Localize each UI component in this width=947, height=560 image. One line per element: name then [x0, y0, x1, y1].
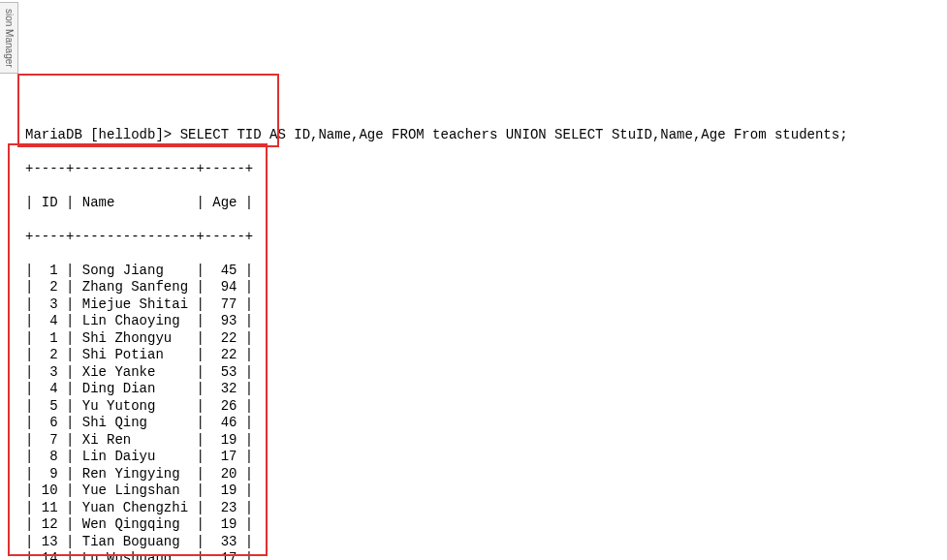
session-manager-label: sion Manager	[3, 9, 16, 68]
sql-query: SELECT TID AS ID,Name,Age FROM teachers …	[180, 127, 848, 142]
table-row: | 2 | Shi Potian | 22 |	[25, 347, 937, 364]
table-header: | ID | Name | Age |	[25, 195, 937, 212]
table-row: | 3 | Xie Yanke | 53 |	[25, 364, 937, 382]
session-manager-tab[interactable]: sion Manager	[0, 2, 18, 74]
table-row: | 2 | Zhang Sanfeng | 94 |	[25, 279, 937, 296]
terminal-output[interactable]: MariaDB [hellodb]> SELECT TID AS ID,Name…	[0, 102, 947, 560]
table-border-top: +----+---------------+-----+	[25, 161, 937, 178]
table-row: | 3 | Miejue Shitai | 77 |	[25, 296, 937, 314]
table-row: | 10 | Yue Lingshan | 19 |	[25, 482, 937, 500]
table-row: | 5 | Yu Yutong | 26 |	[25, 398, 937, 416]
table-row: | 11 | Yuan Chengzhi | 23 |	[25, 500, 937, 517]
table-row: | 12 | Wen Qingqing | 19 |	[25, 516, 937, 534]
table-row: | 1 | Shi Zhongyu | 22 |	[25, 330, 937, 348]
table-row: | 4 | Ding Dian | 32 |	[25, 381, 937, 398]
table-row: | 14 | Lu Wushuang | 17 |	[25, 550, 937, 560]
prompt: MariaDB [hellodb]>	[25, 127, 180, 142]
table-row: | 13 | Tian Boguang | 33 |	[25, 534, 937, 551]
table-row: | 6 | Shi Qing | 46 |	[25, 415, 937, 432]
table-row: | 7 | Xi Ren | 19 |	[25, 432, 937, 450]
table-row: | 4 | Lin Chaoying | 93 |	[25, 313, 937, 330]
table-row: | 8 | Lin Daiyu | 17 |	[25, 449, 937, 466]
table-row: | 9 | Ren Yingying | 20 |	[25, 466, 937, 483]
sql-prompt-line: MariaDB [hellodb]> SELECT TID AS ID,Name…	[25, 127, 937, 144]
table-row: | 1 | Song Jiang | 45 |	[25, 263, 937, 280]
table-border-mid: +----+---------------+-----+	[25, 229, 937, 246]
